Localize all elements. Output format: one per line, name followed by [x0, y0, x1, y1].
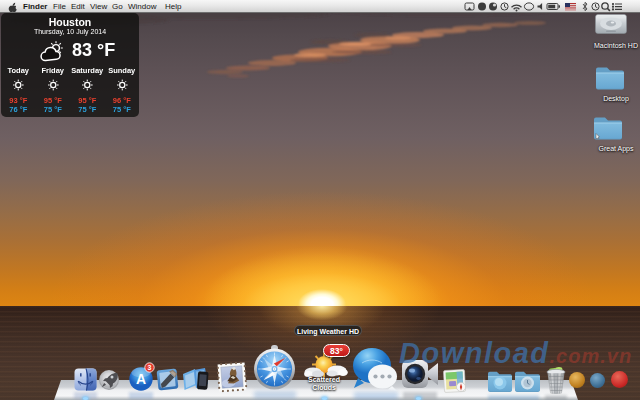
svg-text:3: 3 [148, 364, 152, 371]
